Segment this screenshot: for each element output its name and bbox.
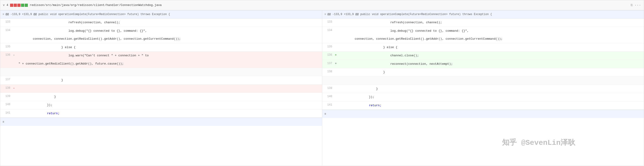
table-row: 137 } — [0, 76, 322, 85]
more-options-icon[interactable]: ··· — [634, 3, 641, 7]
line-num: 134 — [0, 27, 12, 35]
line-marker — [12, 109, 18, 113]
file-header: v 4 redisson/src/main/java/org/redisson/… — [0, 0, 644, 10]
line-code: log.debug("{} connected to {}, command: … — [18, 27, 322, 35]
table-row: 141 return; — [322, 101, 644, 110]
line-num: 136 — [322, 51, 334, 58]
table-row: 136 - log.warn("Can't connect " + connec… — [0, 51, 322, 68]
line-num: 137 — [322, 60, 334, 67]
line-marker — [334, 85, 340, 88]
line-num — [0, 35, 12, 43]
line-code: connection, connection.getRedisClient().… — [340, 35, 644, 43]
line-code: } else { — [340, 43, 644, 51]
line-num: 135 — [322, 43, 334, 50]
diff-bar-1 — [10, 4, 13, 7]
left-panel: ≡ @@ -133,9 +133,9 @@ public void operat… — [0, 10, 322, 166]
line-num — [322, 35, 334, 43]
line-code: }); — [340, 93, 644, 101]
line-code: } — [18, 76, 322, 84]
file-path: redisson/src/main/java/org/redisson/clie… — [30, 3, 629, 7]
table-row: 139 } — [0, 93, 322, 101]
line-marker — [12, 43, 18, 47]
table-row: 135 } else { — [0, 43, 322, 52]
line-marker: - — [12, 85, 18, 92]
line-num: 140 — [0, 101, 12, 108]
table-row: 138 } — [322, 68, 644, 77]
line-marker: - — [12, 51, 18, 60]
line-marker — [12, 101, 18, 105]
diff-bar-4 — [21, 4, 24, 7]
line-num: 138 — [0, 85, 12, 91]
line-num: 138 — [322, 68, 334, 75]
right-panel: ≡ @@ -133,9 +133,9 @@ public void operat… — [322, 10, 644, 166]
table-row: 134 log.debug("{} connected to {}, comma… — [0, 27, 322, 43]
table-row — [0, 68, 322, 76]
line-code: refresh(connection, channel); — [340, 18, 644, 27]
table-row: 135 } else { — [322, 43, 644, 52]
line-marker — [12, 27, 18, 35]
line-code: log.debug("{} connected to {}, command: … — [340, 27, 644, 35]
line-num: 140 — [322, 93, 334, 100]
line-num: 141 — [322, 101, 334, 108]
line-marker — [334, 101, 340, 105]
line-code: } — [340, 68, 644, 76]
line-code: refresh(connection, channel); — [18, 18, 322, 27]
table-row: 140 }); — [0, 101, 322, 109]
diff-bar-2 — [14, 4, 17, 7]
line-code: reconnect(connection, nextAttempt); — [340, 60, 644, 68]
table-row: 139 } — [322, 85, 644, 93]
hunk-header-right: ≡ @@ -133,9 +133,9 @@ public void operat… — [322, 10, 644, 18]
line-num: 139 — [322, 85, 334, 92]
line-marker — [334, 43, 340, 47]
line-marker — [12, 76, 18, 80]
line-code: return; — [18, 109, 322, 118]
table-row: 137 + reconnect(connection, nextAttempt)… — [322, 60, 644, 68]
watermark: 知乎 @SevenLin泽耿 — [502, 138, 575, 148]
line-marker — [334, 93, 340, 97]
hunk-header-text-right: @@ -133,9 +133,9 @@ public void operatio… — [328, 13, 492, 16]
line-num: 133 — [322, 18, 334, 25]
expand-arrow[interactable]: v — [3, 4, 4, 7]
line-marker — [334, 27, 340, 35]
bottom-hunk-right: ≡ — [322, 110, 644, 118]
line-code: connection, connection.getRedisClient().… — [18, 35, 322, 43]
line-num: 134 — [322, 27, 334, 35]
line-marker: + — [334, 51, 340, 59]
line-code: " + connection.getRedisClient().getAddr(… — [18, 60, 322, 68]
line-num: 141 — [0, 109, 12, 116]
line-num: 136 — [0, 51, 12, 60]
line-marker — [12, 93, 18, 96]
line-num — [0, 60, 12, 68]
line-num: 133 — [0, 18, 12, 25]
hunk-header-text-left: @@ -133,9 +133,9 @@ public void operatio… — [6, 13, 170, 16]
line-marker — [334, 68, 340, 72]
line-code: return; — [340, 101, 644, 110]
line-code: }); — [18, 101, 322, 109]
table-row: 133 refresh(connection, channel); — [322, 18, 644, 27]
table-row: 134 log.debug("{} connected to {}, comma… — [322, 27, 644, 43]
table-row: 141 return; — [0, 109, 322, 118]
line-code: } — [340, 85, 644, 93]
diff-content: ≡ @@ -133,9 +133,9 @@ public void operat… — [0, 10, 644, 166]
file-count: 4 — [6, 3, 8, 7]
table-row: 140 }); — [322, 93, 644, 101]
line-marker — [334, 35, 340, 43]
hunk-header-left: ≡ @@ -133,9 +133,9 @@ public void operat… — [0, 10, 322, 18]
table-row: 138 - — [0, 85, 322, 93]
bottom-hunk-icon-left: ≡ — [2, 120, 4, 124]
hunk-icon-left: ≡ — [2, 13, 4, 16]
line-num: 135 — [0, 43, 12, 50]
table-row — [322, 77, 644, 85]
line-marker — [12, 60, 18, 68]
bottom-hunk-icon-right: ≡ — [324, 112, 326, 116]
diff-bars — [10, 4, 28, 7]
diff-bar-5 — [25, 4, 28, 7]
line-code — [18, 85, 322, 88]
line-code: log.warn("Can't connect " + connection +… — [18, 51, 322, 60]
line-num: 139 — [0, 93, 12, 100]
bottom-hunk-left: ≡ — [0, 118, 322, 126]
line-marker: + — [334, 60, 340, 67]
line-marker — [12, 18, 18, 22]
line-num: 137 — [0, 76, 12, 83]
file-copy-icon[interactable]: ⎘ — [631, 3, 632, 7]
